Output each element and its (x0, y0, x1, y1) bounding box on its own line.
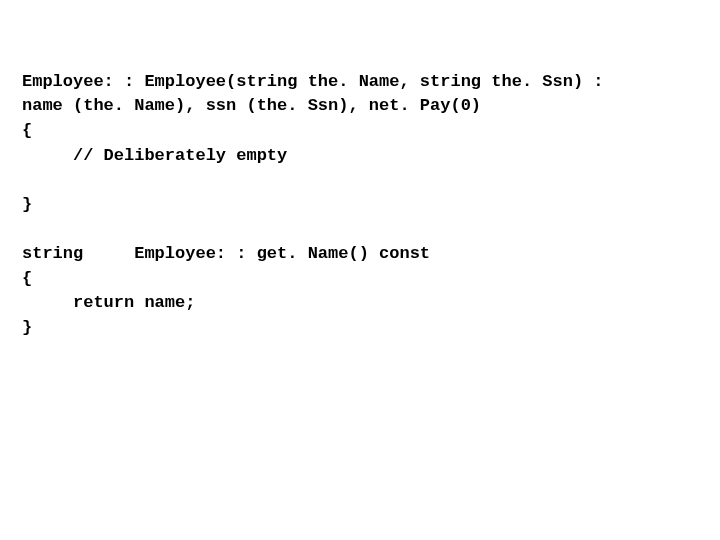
code-line: Employee: : Employee(string the. Name, s… (22, 72, 604, 91)
code-line: return name; (22, 293, 195, 312)
code-line: } (22, 195, 32, 214)
code-line: // Deliberately empty (22, 146, 287, 165)
code-line: { (22, 121, 32, 140)
code-line: name (the. Name), ssn (the. Ssn), net. P… (22, 96, 481, 115)
code-block: Employee: : Employee(string the. Name, s… (0, 0, 720, 361)
code-line: string Employee: : get. Name() const (22, 244, 430, 263)
code-line: } (22, 318, 32, 337)
code-line: { (22, 269, 32, 288)
